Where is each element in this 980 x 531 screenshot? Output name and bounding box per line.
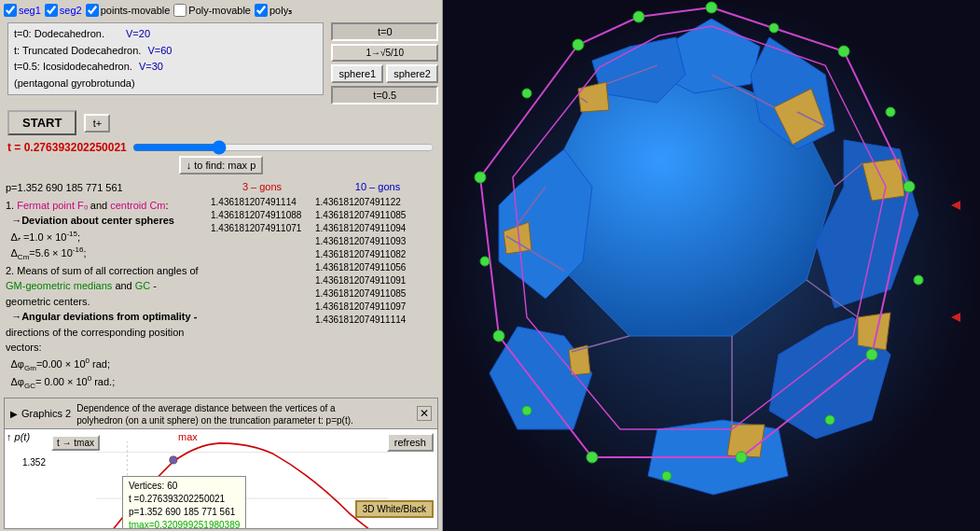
tooltip-t: t =0.276393202250021 — [129, 493, 240, 506]
table-cell-col1 — [211, 287, 313, 300]
graph-yaxis: ↑ p(t) 1.352 1.35 — [5, 429, 48, 529]
svg-point-41 — [480, 257, 490, 266]
t-slider[interactable] — [132, 141, 435, 154]
tooltip-vertices: Vertices: 60 — [129, 480, 240, 493]
table-row: 1.43618120749​11​082 — [211, 248, 438, 261]
svg-point-32 — [475, 172, 486, 183]
graphics2-panel: ▶ Graphics 2 Dependence of the average d… — [4, 398, 438, 529]
table-cell-col1: 1.43618120749​11​088 — [211, 209, 313, 222]
max-label: max — [178, 431, 198, 442]
poly-movable-label: Poly-movable — [188, 5, 251, 16]
graphics2-title: ▶ Graphics 2 Dependence of the average d… — [5, 398, 437, 429]
table-cell-col2: 1.43618120749​11​056 — [315, 261, 436, 274]
svg-point-34 — [633, 11, 644, 22]
main-content: p=1.352 690 185 771 561 1. Fermat point … — [0, 176, 442, 396]
table-row: 1.43618120749​11​093 — [211, 235, 438, 248]
table-cell-col2: 1.43618120749​11​093 — [315, 235, 436, 248]
tooltip-tmax: tmax=0.32099925198038​9 — [129, 519, 240, 529]
start-button[interactable]: START — [7, 110, 76, 135]
t-shape: Truncated Dodecahedron. — [22, 45, 141, 56]
slider-section: t = 0.276393202250021 ↓ to find: max p — [0, 139, 442, 176]
sphere1-button[interactable]: sphere1 — [331, 64, 383, 83]
expand-icon[interactable]: ▶ — [10, 409, 18, 419]
table-cell-col2: 1.43618120749​11​082 — [315, 248, 436, 261]
table-cell-col1: 1.43618120749​11​071 — [211, 222, 313, 235]
t-arrow-label: → t — [414, 527, 430, 529]
poly3-label: poly₃ — [269, 5, 292, 17]
graph-area: t → tmax max 0.2 0.3 0.4 0.5 0.6 → t ref… — [48, 429, 437, 529]
t0-button[interactable]: t=0 — [331, 22, 438, 41]
table-cell-col2: 1.43618120749​11​22 — [315, 196, 436, 209]
poly3-item: poly₃ — [255, 4, 292, 17]
col2-header: 10 – gons — [317, 180, 438, 194]
t0-line: t=0: Dodecahedron. V=20 — [14, 26, 317, 43]
table-cell-col2: 1.43618120749​11​085 — [315, 287, 436, 300]
tpp-button[interactable]: t+ — [84, 114, 110, 133]
graphics2-close-button[interactable]: ✕ — [417, 406, 432, 421]
deviation-header: →Deviation about center spheres — [6, 213, 201, 229]
p-value: p=1.352 690 185 771 561 — [6, 180, 201, 196]
svg-point-26 — [838, 46, 849, 57]
y-label-1352: 1.352 — [22, 457, 46, 468]
table-row: 1.43618120749​11​091 — [211, 274, 438, 287]
graphics2-title-text: Graphics 2 — [21, 408, 71, 419]
table-cell-col1: 1.4361812074911​14 — [211, 196, 313, 209]
t-v: V=60 — [147, 45, 172, 56]
directions-line: directions of the corresponding position… — [6, 325, 201, 356]
table-row: 1.43618120749​11​114 — [211, 314, 438, 327]
seg2-checkbox[interactable] — [45, 4, 58, 17]
seg2-item: seg2 — [45, 4, 82, 17]
t05-extra: (pentagonal gyrobrotunda) — [14, 77, 135, 89]
polyhedron-svg — [443, 0, 980, 531]
graph-tooltip: Vertices: 60 t =0.276393202250021 p=1.35… — [122, 476, 246, 529]
table-cell-col2: 1.43618120749​11​114 — [315, 314, 436, 327]
right-panel-3d — [443, 0, 980, 531]
t0-shape: Dodecahedron. — [35, 28, 104, 39]
t0-v: V=20 — [126, 28, 150, 39]
svg-point-25 — [706, 2, 717, 13]
analysis-line2: 2. Means of sum of all correction angles… — [6, 263, 201, 310]
svg-point-30 — [587, 452, 598, 463]
table-rows: 1.4361812074911​141.43618120749​11​221.4… — [211, 196, 438, 327]
x-label-02: 0.2 — [55, 527, 68, 529]
t05-button[interactable]: t=0.5 — [331, 86, 438, 105]
seg2-label: seg2 — [60, 5, 82, 16]
poly3-checkbox[interactable] — [255, 4, 268, 17]
t-display: t = 0.276393202250021 — [7, 141, 127, 154]
delta-f: Δᵣ =1.0 × 10-15; — [6, 229, 201, 245]
table-cell-col1 — [211, 274, 313, 287]
points-movable-item: points-movable — [86, 4, 171, 17]
t-tmax-button[interactable]: t → tmax — [51, 435, 100, 451]
points-movable-label: points-movable — [101, 5, 171, 16]
refresh-button[interactable]: refresh — [387, 433, 434, 452]
poly-movable-checkbox[interactable] — [173, 4, 186, 17]
x-label-06: 0.6 — [342, 527, 355, 529]
p-axis-label: ↑ p(t) — [7, 431, 30, 442]
3d-white-black-button[interactable]: 3D White/Black — [355, 500, 434, 518]
t-label: t: — [14, 45, 20, 56]
t-line: t: Truncated Dodecahedron. V=60 — [14, 43, 317, 60]
svg-point-31 — [493, 330, 504, 342]
table-cell-col2: 1.43618120749​11​094 — [315, 222, 436, 235]
table-row: 1.4361812074911​141.43618120749​11​22 — [211, 196, 438, 209]
seg1-checkbox[interactable] — [4, 4, 17, 17]
points-movable-checkbox[interactable] — [86, 4, 99, 17]
table-row: 1.43618120749​11​085 — [211, 287, 438, 300]
svg-point-38 — [825, 415, 835, 425]
table-row: 1.43618120749​11​0711.43618120749​11​094 — [211, 222, 438, 235]
svg-marker-19 — [727, 425, 765, 457]
delta-gc: ΔφGC= 0.00 × 100 rad.; — [6, 373, 201, 392]
table-row: 1.43618120749​11​056 — [211, 261, 438, 274]
table-cell-col1 — [211, 300, 313, 314]
t05-v: V=30 — [139, 61, 163, 72]
sphere2-button[interactable]: sphere2 — [386, 64, 438, 83]
svg-point-42 — [522, 89, 531, 98]
tooltip-p: p=1.352 690 185 771 561 — [129, 506, 240, 519]
formula-button[interactable]: 1→√5/10 — [331, 44, 438, 62]
graphics2-body: ↑ p(t) 1.352 1.35 — [5, 429, 437, 529]
svg-point-35 — [769, 23, 779, 33]
table-cell-col1 — [211, 261, 313, 274]
svg-point-37 — [914, 275, 923, 285]
find-max-button[interactable]: ↓ to find: max p — [179, 156, 264, 175]
table-row: 1.43618120749​11​097 — [211, 300, 438, 314]
